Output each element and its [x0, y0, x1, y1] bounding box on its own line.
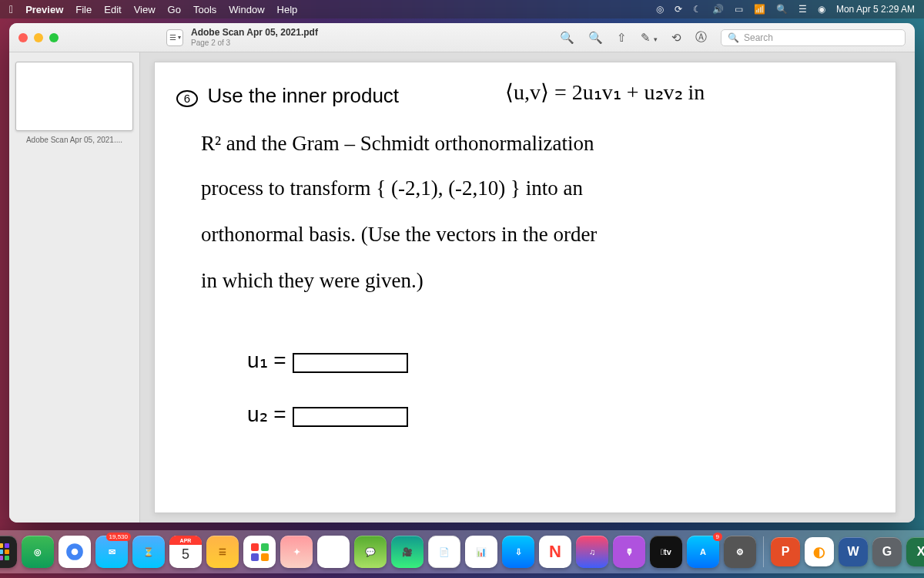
problem-number: 6 — [176, 90, 198, 107]
zoom-out-button[interactable]: 🔍 — [560, 31, 574, 45]
menu-help[interactable]: Help — [277, 4, 298, 15]
window-controls — [18, 33, 59, 42]
share-button[interactable]: ⇧ — [617, 31, 627, 45]
apple-menu[interactable]:  — [9, 3, 13, 15]
menu-window[interactable]: Window — [229, 4, 264, 15]
status-icon-sync[interactable]: ⟳ — [675, 4, 682, 15]
dock-app-4[interactable]: ✦ — [280, 536, 313, 568]
fullscreen-button[interactable] — [49, 33, 59, 42]
thumbnail-sidebar: Adobe Scan Apr 05, 2021.... — [9, 52, 140, 523]
spotlight-icon[interactable]: 🔍 — [776, 4, 788, 15]
calendar-day: 5 — [169, 546, 202, 563]
document-title: Adobe Scan Apr 05, 2021.pdf — [191, 28, 318, 38]
hw-u1: u₁ = — [247, 348, 286, 372]
dock-mail[interactable]: ✉19,530 — [95, 536, 128, 568]
preview-window: ☰▾ Adobe Scan Apr 05, 2021.pdf Page 2 of… — [9, 23, 915, 523]
close-button[interactable] — [18, 33, 28, 42]
document-viewport[interactable]: 6 Use the inner product ⟨u,v⟩ = 2u₁v₁ + … — [140, 52, 915, 523]
dock-app-1[interactable]: ◎ — [22, 536, 54, 568]
dock-app-9[interactable]: ◐ — [805, 537, 834, 566]
menu-file[interactable]: File — [75, 4, 92, 15]
hw-line1b: ⟨u,v⟩ = 2u₁v₁ + u₂v₂ in — [505, 79, 705, 105]
page-indicator: Page 2 of 3 — [191, 39, 318, 47]
dock-appstore[interactable]: A9 — [687, 536, 719, 568]
search-placeholder: Search — [744, 32, 773, 43]
svg-point-1 — [72, 549, 79, 556]
menu-edit[interactable]: Edit — [104, 4, 121, 15]
dock-app-8[interactable]: N — [539, 536, 571, 568]
control-center-icon[interactable]: ☰ — [798, 4, 807, 15]
menu-tools[interactable]: Tools — [193, 4, 216, 15]
menu-view[interactable]: View — [134, 4, 156, 15]
hw-u2: u₂ = — [247, 402, 286, 426]
dock-screentime[interactable]: ⏳ — [132, 536, 165, 568]
dock-chrome[interactable] — [59, 536, 91, 568]
mail-badge: 19,530 — [106, 533, 131, 541]
page-thumbnail[interactable] — [15, 62, 133, 131]
dock-app-g[interactable]: G — [872, 537, 902, 566]
markup-button[interactable]: ✎ ▾ — [641, 31, 658, 45]
answer-box-2 — [293, 407, 408, 427]
hw-line2: R² and the Gram – Schmidt orthonormaliza… — [201, 132, 594, 156]
wifi-icon[interactable]: 📶 — [754, 4, 765, 15]
appstore-badge: 9 — [713, 533, 722, 541]
dock-photos[interactable]: ✿ — [317, 536, 350, 568]
zoom-in-button[interactable]: 🔍 — [588, 31, 603, 45]
minimize-button[interactable] — [34, 33, 43, 42]
status-icon-shield[interactable]: ◎ — [656, 4, 664, 15]
hw-line1a: Use the inner product — [208, 84, 400, 107]
menubar-clock[interactable]: Mon Apr 5 2:29 AM — [836, 4, 915, 15]
app-name[interactable]: Preview — [25, 4, 63, 15]
do-not-disturb-icon[interactable]: ☾ — [693, 4, 701, 15]
hw-line5: in which they were given.) — [201, 269, 424, 293]
dock-excel[interactable]: X — [906, 537, 924, 566]
dock-facetime[interactable]: 🎥 — [391, 536, 424, 568]
siri-icon[interactable]: ◉ — [818, 4, 825, 15]
dock-podcasts[interactable]: 🎙 — [613, 536, 645, 568]
dock-app-3[interactable] — [243, 536, 276, 568]
answer-box-1 — [293, 353, 408, 373]
document-page: 6 Use the inner product ⟨u,v⟩ = 2u₁v₁ + … — [154, 62, 896, 513]
dock-tv[interactable]: tv — [650, 536, 682, 568]
thumbnail-label: Adobe Scan Apr 05, 2021.... — [15, 136, 133, 144]
window-titlebar: ☰▾ Adobe Scan Apr 05, 2021.pdf Page 2 of… — [9, 23, 915, 52]
dock-calendar[interactable]: APR 5 — [169, 536, 202, 568]
sidebar-toggle-button[interactable]: ☰▾ — [166, 29, 183, 46]
dock-app-p[interactable]: P — [771, 537, 800, 566]
volume-icon[interactable]: 🔊 — [712, 4, 724, 15]
dock-launchpad[interactable] — [0, 536, 17, 568]
dock-settings[interactable]: ⚙ — [724, 536, 756, 568]
dock: ☺ ◉ ◎ ✉19,530 ⏳ APR 5 ☰ ✦ ✿ 💬 🎥 📄 📊 ⇩ N … — [0, 530, 924, 573]
hw-line4: orthonormal basis. (Use the vectors in t… — [201, 223, 597, 247]
annotate-button[interactable]: Ⓐ — [695, 30, 707, 45]
dock-separator — [763, 536, 764, 567]
dock-word[interactable]: W — [839, 537, 868, 566]
dock-app-6[interactable]: 📊 — [465, 536, 497, 568]
calendar-month: APR — [169, 538, 202, 543]
dock-app-5[interactable]: 📄 — [428, 536, 460, 568]
menu-go[interactable]: Go — [168, 4, 181, 15]
battery-icon[interactable]: ▭ — [735, 4, 743, 15]
rotate-button[interactable]: ⟲ — [671, 31, 681, 45]
hw-line3: process to transform { (-2,1), (-2,10) }… — [201, 176, 583, 200]
search-field[interactable]: 🔍 Search — [721, 29, 906, 46]
dock-music[interactable]: ♫ — [576, 536, 608, 568]
dock-app-2[interactable]: ☰ — [206, 536, 239, 568]
dock-messages[interactable]: 💬 — [354, 536, 387, 568]
search-icon: 🔍 — [728, 32, 739, 43]
dock-app-7[interactable]: ⇩ — [502, 536, 534, 568]
menubar:  Preview File Edit View Go Tools Window… — [0, 0, 924, 18]
